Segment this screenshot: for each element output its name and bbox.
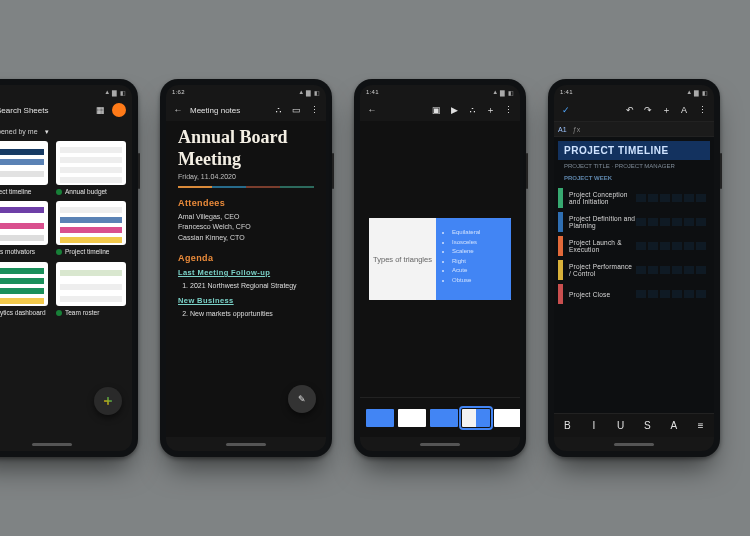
phase-timeline-cells bbox=[636, 266, 710, 274]
fx-icon: ƒx bbox=[571, 123, 583, 135]
status-icons: ▲▇◧ bbox=[104, 89, 126, 96]
doc-card[interactable]: Sales motivators bbox=[0, 201, 48, 255]
meeting-title-line2: Meeting bbox=[178, 149, 314, 169]
phone-sheets-editor: 1:41 ▲▇◧ ✓ ↶ ↷ ＋ A ⋮ A1 ƒx PROJECT TIMEL… bbox=[548, 79, 720, 457]
phase-timeline-cells bbox=[636, 218, 710, 226]
slide-bullet: Obtuse bbox=[452, 276, 503, 286]
present-icon[interactable]: ▶ bbox=[448, 104, 460, 116]
phase-row[interactable]: Project Close bbox=[558, 284, 710, 304]
slide-body: EquilateralIsoscelesScaleneRightAcuteObt… bbox=[436, 218, 511, 300]
underline-button[interactable]: U bbox=[614, 419, 628, 433]
insert-icon[interactable]: ＋ bbox=[660, 104, 672, 116]
people-icon[interactable]: ⛬ bbox=[272, 104, 284, 116]
slide-thumb-1[interactable] bbox=[366, 409, 394, 427]
doc-card[interactable]: Analytics dashboard bbox=[0, 262, 48, 316]
doc-thumbnail bbox=[0, 262, 48, 306]
slide-thumb-5[interactable] bbox=[494, 409, 520, 427]
phase-name: Project Launch & Execution bbox=[563, 239, 636, 253]
overflow-icon[interactable]: ⋮ bbox=[696, 104, 708, 116]
slide-thumb-4-selected[interactable] bbox=[462, 409, 490, 427]
sheets-icon bbox=[56, 189, 62, 195]
phase-name: Project Conception and Initiation bbox=[563, 191, 636, 205]
phone-sheets-home: 1:62 ▲▇◧ ≡ Search Sheets ▦ Last opened b… bbox=[0, 79, 138, 457]
phone-docs-meeting: 1:62 ▲▇◧ ← Meeting notes ⛬ ▭ ⋮ Annual Bo… bbox=[160, 79, 332, 457]
phase-row[interactable]: Project Conception and Initiation bbox=[558, 188, 710, 208]
agenda-heading: Agenda bbox=[178, 253, 314, 263]
doc-card[interactable]: Project timeline bbox=[56, 201, 126, 255]
gesture-bar bbox=[166, 437, 326, 451]
insert-icon[interactable]: ＋ bbox=[484, 104, 496, 116]
pencil-icon: ✎ bbox=[296, 393, 308, 405]
status-time: 1:41 bbox=[366, 89, 379, 95]
format-icon[interactable]: A bbox=[678, 104, 690, 116]
slide-bullet: Scalene bbox=[452, 247, 503, 257]
doc-name: Project timeline bbox=[65, 248, 109, 255]
strike-button[interactable]: S bbox=[640, 419, 654, 433]
cast-icon[interactable]: ▣ bbox=[430, 104, 442, 116]
doc-card[interactable]: Project timeline bbox=[0, 141, 48, 195]
accept-icon[interactable]: ✓ bbox=[560, 104, 572, 116]
filter-label: Last opened by me bbox=[0, 128, 38, 135]
phase-timeline-cells bbox=[636, 290, 710, 298]
phase-name: Project Definition and Planning bbox=[563, 215, 636, 229]
new-doc-fab[interactable]: ＋ bbox=[94, 387, 122, 415]
phase-row[interactable]: Project Launch & Execution bbox=[558, 236, 710, 256]
redo-icon[interactable]: ↷ bbox=[642, 104, 654, 116]
gesture-bar bbox=[0, 437, 132, 451]
slide-bullet: Equilateral bbox=[452, 228, 503, 238]
slide-thumb-3[interactable] bbox=[430, 409, 458, 427]
sheets-icon bbox=[56, 310, 62, 316]
doc-thumbnail bbox=[56, 262, 126, 306]
italic-button[interactable]: I bbox=[587, 419, 601, 433]
attendees-list: Amal Villegas, CEOFrancesco Welch, CFOCa… bbox=[178, 212, 314, 242]
overflow-icon[interactable]: ⋮ bbox=[502, 104, 514, 116]
attendees-heading: Attendees bbox=[178, 198, 314, 208]
phase-heading: PROJECT WEEK bbox=[558, 172, 710, 184]
status-time: 1:62 bbox=[172, 89, 185, 95]
back-icon[interactable]: ← bbox=[172, 104, 184, 116]
slide-title: Types of triangles bbox=[369, 218, 436, 300]
edit-fab[interactable]: ✎ bbox=[288, 385, 316, 413]
text-color-button[interactable]: A bbox=[667, 419, 681, 433]
phase-timeline-cells bbox=[636, 194, 710, 202]
doc-card[interactable]: Annual budget bbox=[56, 141, 126, 195]
sheets-icon bbox=[56, 249, 62, 255]
agenda-sub-2: New Business bbox=[178, 296, 314, 305]
status-bar: 1:62 ▲▇◧ bbox=[0, 85, 132, 99]
avatar[interactable] bbox=[112, 103, 126, 117]
plus-icon: ＋ bbox=[101, 392, 115, 410]
back-icon[interactable]: ← bbox=[366, 104, 378, 116]
slide-canvas[interactable]: Types of triangles EquilateralIsoscelesS… bbox=[360, 121, 520, 397]
formula-bar[interactable]: A1 ƒx bbox=[554, 121, 714, 137]
undo-icon[interactable]: ↶ bbox=[624, 104, 636, 116]
gesture-bar bbox=[360, 437, 520, 451]
doc-name: Team roster bbox=[65, 309, 99, 316]
people-icon[interactable]: ⛬ bbox=[466, 104, 478, 116]
filter-chip[interactable]: Last opened by me ▾ bbox=[0, 125, 53, 137]
phase-name: Project Performance / Control bbox=[563, 263, 636, 277]
doc-card[interactable]: Team roster bbox=[56, 262, 126, 316]
accent-bar bbox=[178, 186, 314, 188]
phase-row[interactable]: Project Performance / Control bbox=[558, 260, 710, 280]
doc-thumbnail bbox=[0, 201, 48, 245]
meeting-title-line1: Annual Board bbox=[178, 127, 314, 147]
format-toolbar: BIUSA≡ bbox=[554, 413, 714, 437]
doc-name: Annual budget bbox=[65, 188, 107, 195]
search-bar[interactable]: ≡ Search Sheets ▦ bbox=[0, 99, 132, 121]
phase-name: Project Close bbox=[563, 291, 636, 298]
sheet-title-cell[interactable]: PROJECT TIMELINE bbox=[558, 141, 710, 160]
comment-icon[interactable]: ▭ bbox=[290, 104, 302, 116]
slide-thumb-2[interactable] bbox=[398, 409, 426, 427]
status-time: 1:41 bbox=[560, 89, 573, 95]
phase-row[interactable]: Project Definition and Planning bbox=[558, 212, 710, 232]
gesture-bar bbox=[554, 437, 714, 451]
doc-name: Project timeline bbox=[0, 188, 31, 195]
grid-view-icon[interactable]: ▦ bbox=[94, 104, 106, 116]
bold-button[interactable]: B bbox=[560, 419, 574, 433]
align-button[interactable]: ≡ bbox=[694, 419, 708, 433]
search-placeholder: Search Sheets bbox=[0, 106, 88, 115]
phase-timeline-cells bbox=[636, 242, 710, 250]
cell-reference: A1 bbox=[558, 126, 567, 133]
overflow-icon[interactable]: ⋮ bbox=[308, 104, 320, 116]
doc-thumbnail bbox=[56, 201, 126, 245]
